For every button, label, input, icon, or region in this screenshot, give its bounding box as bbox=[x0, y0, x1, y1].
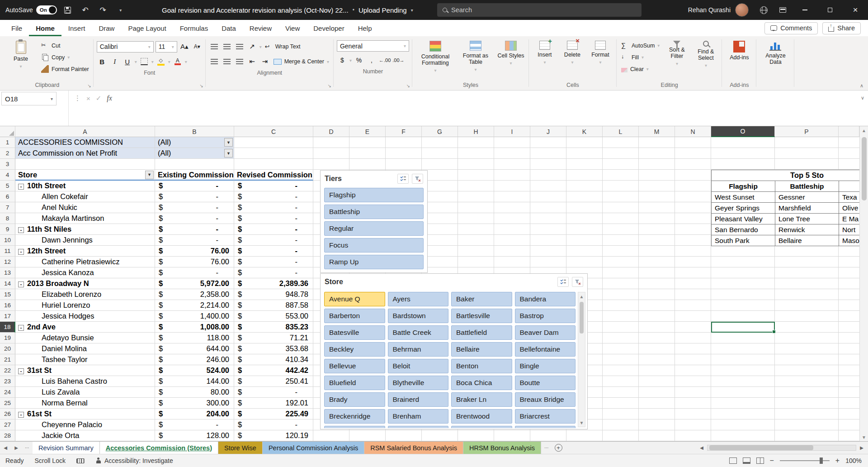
zoom-level[interactable]: 100% bbox=[845, 457, 862, 464]
avatar[interactable] bbox=[735, 3, 749, 17]
alignment-dialog-launcher[interactable]: ↘ bbox=[328, 83, 331, 88]
store-button-behrman[interactable]: Behrman bbox=[388, 342, 449, 357]
comments-button[interactable]: Comments bbox=[764, 22, 818, 34]
amount-cell[interactable]: $- bbox=[234, 246, 313, 257]
row-header-6[interactable]: 6 bbox=[0, 191, 15, 202]
zoom-out-button[interactable]: − bbox=[770, 457, 774, 465]
amount-cell[interactable]: $204.00 bbox=[155, 409, 234, 419]
store-name-cell[interactable]: -10th Street bbox=[15, 181, 155, 191]
store-name-cell[interactable]: -11th St Niles bbox=[15, 224, 155, 235]
share-button[interactable]: Share bbox=[822, 22, 861, 34]
empty-cells[interactable] bbox=[313, 430, 711, 441]
column-header-I[interactable]: I bbox=[494, 126, 530, 137]
ribbon-tab-data[interactable]: Data bbox=[215, 20, 243, 36]
column-header-H[interactable]: H bbox=[458, 126, 494, 137]
row-header-1[interactable]: 1 bbox=[0, 137, 15, 148]
row-header-20[interactable]: 20 bbox=[0, 343, 15, 354]
amount-cell[interactable]: $- bbox=[234, 387, 313, 398]
store-button-clipped[interactable] bbox=[451, 426, 512, 428]
format-cells-button[interactable]: Format▾ bbox=[587, 38, 613, 65]
filter-dropdown-button[interactable]: ▼ bbox=[224, 149, 233, 157]
amount-cell[interactable]: $835.23 bbox=[234, 322, 313, 333]
cell-partial[interactable] bbox=[839, 246, 859, 257]
search-input[interactable]: Search bbox=[437, 3, 642, 17]
amount-cell[interactable]: $644.00 bbox=[155, 343, 234, 354]
store-button-brentwood[interactable]: Brentwood bbox=[451, 409, 512, 424]
cell-partial[interactable] bbox=[839, 419, 859, 430]
cell-O[interactable] bbox=[711, 365, 775, 376]
cell-partial[interactable] bbox=[839, 311, 859, 322]
amount-cell[interactable]: $442.42 bbox=[234, 365, 313, 376]
cell-O[interactable] bbox=[711, 267, 775, 278]
amount-cell[interactable]: $71.21 bbox=[234, 333, 313, 343]
accounting-format-button[interactable]: $ bbox=[337, 55, 348, 66]
store-name-cell[interactable]: Norma Bernal bbox=[15, 398, 155, 409]
cell-partial[interactable] bbox=[839, 278, 859, 289]
column-header-M[interactable]: M bbox=[639, 126, 675, 137]
cell-C[interactable] bbox=[234, 148, 313, 159]
document-title-area[interactable]: Goal revision and Accelerator revision a… bbox=[162, 0, 413, 20]
amount-cell[interactable]: $5,972.00 bbox=[155, 278, 234, 289]
row-header-12[interactable]: 12 bbox=[0, 257, 15, 267]
wrap-text-button[interactable]: ↩Wrap Text bbox=[264, 42, 302, 52]
orientation-button[interactable]: ↗ bbox=[247, 41, 258, 52]
cell-P[interactable] bbox=[775, 430, 839, 441]
bold-button[interactable]: B bbox=[97, 56, 108, 67]
cell-O[interactable] bbox=[711, 246, 775, 257]
cell-O[interactable] bbox=[711, 343, 775, 354]
store-name-cell[interactable]: -2013 Broadway N bbox=[15, 278, 155, 289]
store-name-cell[interactable]: Luis Bahena Castro bbox=[15, 376, 155, 387]
store-button-brainerd[interactable]: Brainerd bbox=[388, 392, 449, 407]
store-name-cell[interactable]: -61st St bbox=[15, 409, 155, 419]
name-box[interactable]: O18 ▾ bbox=[1, 92, 57, 105]
cell-B[interactable] bbox=[155, 159, 234, 170]
amount-cell[interactable]: $250.41 bbox=[234, 376, 313, 387]
format-painter-button[interactable]: Format Painter bbox=[40, 64, 90, 74]
multi-select-icon[interactable] bbox=[397, 174, 409, 184]
pivot-filter-value[interactable]: (All)▼ bbox=[155, 148, 234, 159]
multi-select-icon[interactable] bbox=[557, 277, 569, 287]
amount-cell[interactable]: $- bbox=[234, 224, 313, 235]
empty-cells[interactable] bbox=[313, 137, 711, 148]
cell-P[interactable] bbox=[775, 365, 839, 376]
cell-partial[interactable] bbox=[839, 387, 859, 398]
store-button-beaver-dam[interactable]: Beaver Dam bbox=[515, 325, 576, 340]
column-header-N[interactable]: N bbox=[675, 126, 711, 137]
amount-cell[interactable]: $- bbox=[155, 202, 234, 213]
collapse-group-button[interactable]: - bbox=[18, 227, 24, 233]
collapse-group-button[interactable]: - bbox=[18, 281, 24, 287]
cell-O[interactable] bbox=[711, 419, 775, 430]
amount-cell[interactable]: $- bbox=[234, 213, 313, 224]
row-header-17[interactable]: 17 bbox=[0, 311, 15, 322]
align-bottom-button[interactable] bbox=[234, 41, 245, 52]
cell-O[interactable] bbox=[711, 300, 775, 311]
store-name-cell[interactable]: -2nd Ave bbox=[15, 322, 155, 333]
column-header-partial[interactable] bbox=[839, 126, 859, 137]
cell-O[interactable] bbox=[711, 311, 775, 322]
store-name-cell[interactable]: Jessica Kanoza bbox=[15, 267, 155, 278]
font-dialog-launcher[interactable]: ↘ bbox=[199, 83, 203, 88]
cell-P[interactable] bbox=[775, 376, 839, 387]
ribbon-tab-draw[interactable]: Draw bbox=[92, 20, 121, 36]
column-header-E[interactable]: E bbox=[349, 126, 386, 137]
row-header-16[interactable]: 16 bbox=[0, 300, 15, 311]
comma-format-button[interactable]: , bbox=[366, 55, 377, 66]
font-size-combo[interactable]: 11▾ bbox=[156, 41, 177, 52]
amount-cell[interactable]: $192.01 bbox=[234, 398, 313, 409]
amount-cell[interactable]: $76.00 bbox=[155, 257, 234, 267]
amount-cell[interactable]: $- bbox=[155, 267, 234, 278]
amount-cell[interactable]: $- bbox=[234, 257, 313, 267]
tier-button-regular[interactable]: Regular bbox=[324, 221, 424, 236]
row-header-25[interactable]: 25 bbox=[0, 398, 15, 409]
cell-C[interactable] bbox=[234, 159, 313, 170]
empty-cells[interactable] bbox=[313, 159, 711, 170]
title-chevron-icon[interactable]: ▾ bbox=[411, 8, 413, 13]
cell-P[interactable] bbox=[775, 333, 839, 343]
clear-filter-icon[interactable] bbox=[572, 277, 583, 287]
cell-P[interactable] bbox=[775, 419, 839, 430]
amount-cell[interactable]: $1,008.00 bbox=[155, 322, 234, 333]
font-name-combo[interactable]: Calibri▾ bbox=[97, 41, 154, 52]
cell-P[interactable] bbox=[775, 311, 839, 322]
clear-filter-icon[interactable] bbox=[412, 174, 423, 184]
store-button-ayers[interactable]: Ayers bbox=[388, 292, 449, 306]
